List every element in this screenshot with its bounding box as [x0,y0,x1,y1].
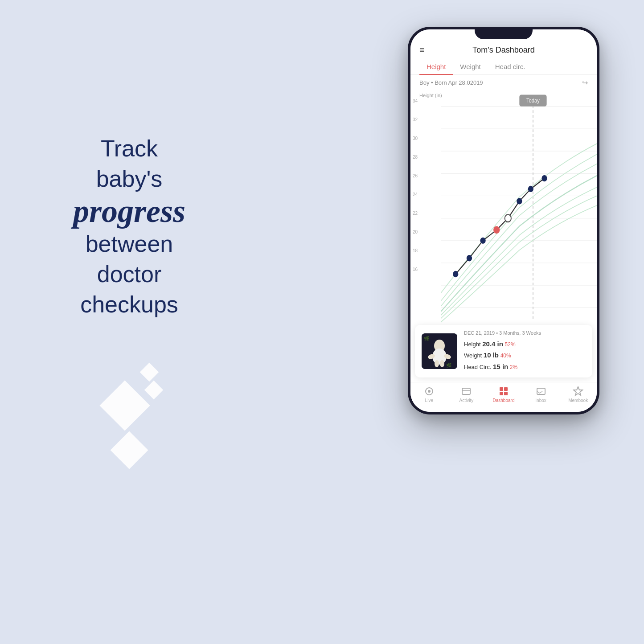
svg-marker-39 [574,387,582,395]
inbox-icon [536,386,546,397]
nav-dashboard[interactable]: Dashboard [485,386,522,403]
nav-membook[interactable]: Membook [559,386,597,403]
phone-notch [475,27,533,39]
svg-point-16 [493,226,500,234]
share-icon[interactable]: ↪ [582,78,588,87]
chart-y-label: Height (in) [419,93,442,98]
svg-point-27 [440,360,444,367]
svg-point-17 [505,214,511,222]
phone-screen: ≡ Tom's Dashboard Height Weight Head cir… [410,29,597,412]
y-label-28: 28 [413,155,418,160]
weight-pct: 40% [500,353,511,359]
growth-chart: Height (in) 34 32 30 28 26 24 22 20 18 1… [410,90,597,325]
dashboard-icon [498,386,509,397]
svg-rect-38 [537,388,545,394]
bottom-navigation: Live Activity [410,382,597,412]
svg-point-14 [467,255,472,261]
svg-point-18 [517,198,522,204]
y-label-22: 22 [413,211,418,216]
tab-weight[interactable]: Weight [453,59,488,75]
y-label-16: 16 [413,267,418,272]
measurement-card: 🌿 🌿 DEC 21, 2019 • 3 Months, 3 Weeks Hei… [415,325,592,378]
y-label-32: 32 [413,117,418,122]
baby-photo: 🌿 🌿 [422,333,457,369]
measurement-tabs: Height Weight Head circ. [410,59,597,75]
svg-text:🌿: 🌿 [424,336,430,341]
menu-icon[interactable]: ≡ [419,45,425,55]
nav-activity[interactable]: Activity [448,386,485,403]
nav-membook-label: Membook [568,398,588,403]
svg-point-19 [528,186,533,192]
svg-rect-37 [504,392,508,395]
membook-icon [573,386,583,397]
y-label-34: 34 [413,98,418,103]
card-weight: Weight 10 lb 40% [464,349,586,361]
tagline-line1: Trackbaby's [36,134,223,194]
live-icon [424,386,435,397]
tab-head-circ[interactable]: Head circ. [488,59,533,75]
diamond-small-1 [140,363,159,381]
height-value: 20.4 in [482,340,503,348]
tab-height[interactable]: Height [419,59,453,75]
y-label-30: 30 [413,136,418,141]
svg-point-26 [435,360,439,367]
y-label-24: 24 [413,192,418,197]
svg-point-20 [541,175,547,181]
weight-value: 10 lb [484,351,499,359]
diamond-large-1 [99,380,150,431]
svg-rect-34 [500,387,503,391]
phone-mockup: ≡ Tom's Dashboard Height Weight Head cir… [408,27,599,414]
nav-live[interactable]: Live [410,386,448,403]
svg-point-13 [453,271,458,277]
svg-text:🌿: 🌿 [446,362,452,368]
card-date: DEC 21, 2019 • 3 Months, 3 Weeks [464,330,586,336]
diamond-large-2 [111,431,148,469]
nav-activity-label: Activity [459,398,474,403]
card-height: Height 20.4 in 52% [464,338,586,350]
head-value: 15 in [493,363,508,370]
phone-frame: ≡ Tom's Dashboard Height Weight Head cir… [408,27,599,414]
tagline-progress: progress [36,194,223,229]
card-head: Head Circ. 15 in 2% [464,361,586,373]
activity-icon [461,386,472,397]
height-pct: 52% [505,341,516,348]
svg-text:Today: Today [526,98,540,104]
nav-inbox[interactable]: Inbox [522,386,560,403]
nav-dashboard-label: Dashboard [493,398,515,403]
nav-inbox-label: Inbox [535,398,546,403]
chart-svg: Today [428,90,597,325]
app-content: ≡ Tom's Dashboard Height Weight Head cir… [410,29,597,412]
y-label-26: 26 [413,173,418,178]
svg-point-31 [428,390,431,393]
head-pct: 2% [510,364,517,370]
baby-info-row: Boy • Born Apr 28.02019 ↪ [410,75,597,90]
svg-rect-32 [462,388,470,394]
card-details: DEC 21, 2019 • 3 Months, 3 Weeks Height … [464,330,586,373]
tagline-line2: betweendoctorcheckups [36,229,223,320]
y-label-20: 20 [413,230,418,234]
diamond-small-2 [144,381,163,399]
baby-gender-birthdate: Boy • Born Apr 28.02019 [419,79,483,86]
left-panel: Trackbaby's progress betweendoctorchecku… [36,134,223,320]
svg-rect-35 [504,387,508,391]
svg-point-15 [480,238,485,244]
y-label-18: 18 [413,248,418,253]
nav-live-label: Live [425,398,433,403]
page-title: Tom's Dashboard [472,45,535,55]
svg-rect-36 [500,392,503,395]
